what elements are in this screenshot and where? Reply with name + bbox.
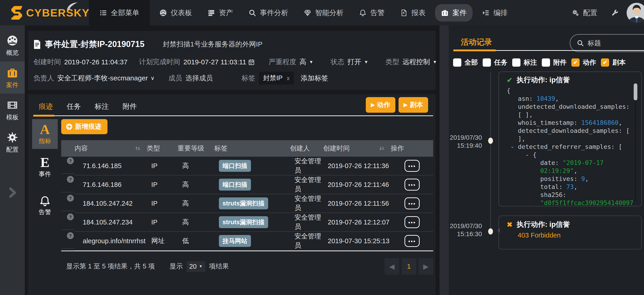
page-number-button[interactable]: 1	[402, 258, 416, 275]
code-line: {	[507, 87, 641, 95]
letter-glyph: A	[40, 122, 50, 136]
checkbox-unchecked[interactable]	[512, 58, 520, 67]
table-row: ?71.6.146.186IP高端口扫描安全管理员2019-07-26 12:1…	[61, 175, 433, 194]
filter-全部[interactable]: 全部	[453, 58, 478, 67]
subnav-item-告警[interactable]: 告警	[32, 192, 58, 220]
cell-created: 2019-07-26 12:11:56	[323, 194, 391, 213]
nav-item-label: 案件	[452, 8, 466, 18]
results-summary: 显示第 1 至 5 项结果，共 5 项	[66, 262, 155, 271]
sidebar-item-cases[interactable]: 案件	[0, 61, 25, 94]
filter-标注[interactable]: 标注	[512, 58, 537, 67]
row-actions-button[interactable]: ●●●	[404, 179, 420, 191]
action-button[interactable]: ▶ 动作	[366, 97, 395, 113]
case-fields-row-1: 创建时间 2019-07-26 11:04:37 计划完成时间 2019-07-…	[28, 57, 436, 67]
activity-search-input[interactable]	[588, 39, 638, 47]
tab-痕迹[interactable]: 痕迹	[38, 98, 54, 114]
cell-content: 184.105.247.242	[74, 194, 147, 213]
column-label: 类型	[147, 144, 160, 153]
activity-title: 活动记录	[461, 37, 492, 47]
sidebar-item-settings[interactable]: 配置	[0, 126, 25, 158]
prev-page-button[interactable]: ◀	[384, 258, 399, 275]
next-page-button[interactable]: ▶	[418, 258, 433, 275]
due-value[interactable]: 2019-07-27 11:03:11	[183, 58, 246, 66]
nav-item-dashboard[interactable]: 仪表板	[153, 4, 198, 21]
nav-item-orchestration[interactable]: 编排	[476, 4, 514, 21]
page-size-select[interactable]: 20 ▼	[186, 261, 205, 272]
playbook-button[interactable]: ▶ 剧本	[398, 97, 428, 113]
sidebar-item-overview[interactable]: 概览	[0, 29, 25, 61]
checkbox-unchecked[interactable]	[483, 58, 491, 67]
nav-item-label: 报表	[412, 8, 426, 18]
nav-item-assets[interactable]: 资产	[202, 4, 239, 21]
column-header-1[interactable]: 内容	[74, 140, 147, 157]
timeline-dot	[488, 138, 493, 144]
panel-divider-scrollbar[interactable]	[440, 25, 449, 295]
svg-text:?: ?	[69, 214, 72, 220]
filter-剧本[interactable]: ✔剧本	[601, 58, 626, 67]
cell-type: IP	[147, 175, 178, 194]
logo-icon	[10, 6, 24, 20]
tab-任务[interactable]: 任务	[66, 98, 82, 114]
nav-item-settings[interactable]: 配置	[566, 4, 603, 21]
calendar-icon[interactable]	[248, 59, 255, 65]
tab-附件[interactable]: 附件	[122, 98, 138, 114]
row-actions-button[interactable]: ●●●	[404, 216, 420, 228]
activity-entry-card[interactable]: ✔执行动作: ip信誉{ asn: 10439, undetected_down…	[498, 71, 642, 206]
nav-item-all-menu[interactable]: 全部菜单	[89, 0, 150, 25]
column-label: 操作	[391, 144, 404, 153]
owner-select[interactable]: 安全工程师-李牧-secmanager	[57, 73, 148, 83]
sidebar-expand-chevron[interactable]	[0, 186, 25, 200]
activity-search[interactable]	[570, 34, 644, 52]
svg-text:?: ?	[69, 158, 72, 164]
checkbox-unchecked[interactable]	[453, 58, 461, 67]
members-select[interactable]: 选择成员	[186, 73, 213, 83]
type-select[interactable]: 远程控制	[402, 57, 430, 67]
scrollbar-thumb[interactable]	[634, 83, 637, 100]
activity-title-underline	[453, 49, 496, 51]
nav-item-alerts[interactable]: 告警	[353, 4, 390, 21]
tags-label: 标签	[242, 73, 255, 83]
column-header-6[interactable]: 创建时间	[323, 140, 391, 157]
subnav-item-指标[interactable]: A指标	[32, 119, 58, 149]
subnav-item-事件[interactable]: E事件	[32, 152, 58, 182]
activity-timeline: 2019/07/3015:19:40✔执行动作: ip信誉{ asn: 1043…	[449, 69, 644, 295]
filter-附件[interactable]: 附件	[542, 58, 566, 67]
row-actions-button[interactable]: ●●●	[404, 235, 420, 247]
checkbox-checked[interactable]: ✔	[571, 58, 580, 67]
user-avatar[interactable]	[626, 3, 644, 23]
nav-item-cases[interactable]: 案件	[435, 4, 472, 21]
filter-任务[interactable]: 任务	[483, 58, 508, 67]
timeline-time: 15:16:30	[449, 230, 482, 238]
cell-tag: 端口扫描	[214, 175, 290, 194]
tag-label: 封禁IP	[263, 73, 282, 83]
filter-动作[interactable]: ✔动作	[571, 58, 596, 67]
cell-tag: struts漏洞扫描	[214, 194, 290, 213]
checkbox-unchecked[interactable]	[542, 58, 550, 67]
trace-table: 内容类型重要等级标签创建人创建时间操作 ?71.6.146.185IP高端口扫描…	[61, 140, 433, 251]
sidebar-item-templates[interactable]: 模板	[0, 94, 25, 126]
code-line: sha256:	[507, 191, 641, 199]
add-trace-button[interactable]: 新增痕迹	[61, 119, 108, 134]
row-actions-button[interactable]: ●●●	[404, 160, 420, 172]
nav-item-event-analysis[interactable]: 事件分析	[242, 4, 294, 21]
nav-item-reports[interactable]: 报表	[394, 4, 432, 21]
column-header-2: 类型	[147, 140, 178, 157]
wrench-icon[interactable]	[611, 9, 619, 17]
row-actions-button[interactable]: ●●●	[404, 197, 420, 209]
status-select[interactable]: 打开	[348, 57, 361, 67]
checkbox-checked[interactable]: ✔	[601, 58, 609, 67]
severity-select[interactable]: 高	[299, 57, 306, 67]
app-logo[interactable]: CYBERSKY	[0, 6, 89, 20]
activity-entry-card[interactable]: ✖执行动作: ip信誉403 Forbidden	[498, 216, 642, 250]
remove-tag-icon[interactable]: x	[287, 75, 290, 82]
add-tag-button[interactable]: 添加标签	[301, 73, 328, 83]
cell-type: IP	[147, 213, 178, 232]
tab-标注[interactable]: 标注	[94, 98, 110, 114]
nav-item-intel-analysis[interactable]: 智能分析	[298, 4, 350, 21]
subnav-item-label: 告警	[39, 208, 51, 216]
case-tag-chip[interactable]: 封禁IP x	[259, 72, 294, 84]
scrollbar-track[interactable]	[635, 83, 636, 201]
svg-text:?: ?	[69, 177, 72, 182]
code-line: asn: 10439,	[507, 95, 641, 103]
dashboard-icon	[159, 9, 167, 17]
